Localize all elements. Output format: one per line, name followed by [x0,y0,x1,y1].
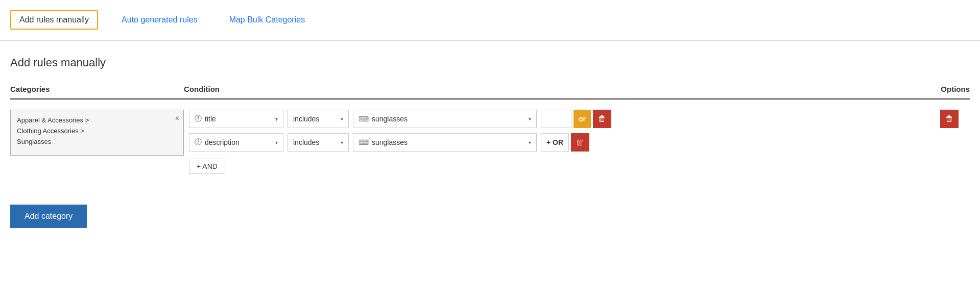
col-header-options: Options [929,85,970,93]
field-value-2: description [205,138,240,146]
field-dropdown-arrow-2: ▾ [275,140,278,145]
includes-arrow-2: ▾ [341,140,343,145]
add-and-button[interactable]: + AND [189,159,225,174]
includes-value-1: includes [293,115,319,123]
field-value-1: title [205,115,216,123]
trash-icon-row: 🗑 [945,114,953,123]
includes-value-2: includes [293,138,319,146]
field-icon-1: ⓕ [195,114,202,123]
field-dropdown-2[interactable]: ⓕ description ▾ [189,133,283,152]
keyboard-icon-2: ⌨ [358,138,369,146]
condition-row-2: ⓕ description ▾ includes ▾ ⌨ sunglasses … [189,133,929,152]
trash-icon-2: 🗑 [576,138,584,147]
value-arrow-1: ▾ [529,116,531,122]
tab-add-rules-manually[interactable]: Add rules manually [10,10,98,30]
category-line3: Sunglasses [17,138,51,145]
col-header-condition: Condition [184,85,929,93]
category-box: Apparel & Accessories > Clothing Accesso… [10,110,184,156]
tab-map-bulk-categories[interactable]: Map Bulk Categories [221,11,314,29]
keyboard-icon-1: ⌨ [358,115,369,123]
value-dropdown-2[interactable]: ⌨ sunglasses ▾ [353,133,537,152]
condition-row-1: ⓕ title ▾ includes ▾ ⌨ sunglasses ▾ [189,110,929,128]
includes-dropdown-1[interactable]: includes ▾ [288,110,349,128]
col-header-categories: Categories [10,85,184,93]
or-input-1[interactable] [541,110,571,128]
delete-condition-2[interactable]: 🗑 [571,133,589,152]
value-dropdown-1[interactable]: ⌨ sunglasses ▾ [353,110,537,128]
or-button-1[interactable]: or [573,110,591,128]
value-arrow-2: ▾ [529,140,531,145]
or-area-1: or 🗑 [541,110,611,128]
top-navigation: Add rules manually Auto generated rules … [0,0,980,41]
delete-row-button[interactable]: 🗑 [940,110,959,128]
tab-auto-generated-rules[interactable]: Auto generated rules [113,11,206,29]
includes-dropdown-2[interactable]: includes ▾ [288,133,349,152]
delete-condition-1[interactable]: 🗑 [593,110,611,128]
field-dropdown-1[interactable]: ⓕ title ▾ [189,110,283,128]
add-or-button-2[interactable]: + OR [541,133,569,152]
category-line1: Apparel & Accessories > [17,116,89,124]
conditions-area: ⓕ title ▾ includes ▾ ⌨ sunglasses ▾ [184,110,929,174]
field-dropdown-arrow-1: ▾ [275,116,278,122]
table-header: Categories Condition Options [10,85,970,99]
page-title: Add rules manually [10,56,970,69]
page-content: Add rules manually Categories Condition … [0,41,980,238]
table-row: Apparel & Accessories > Clothing Accesso… [10,110,970,174]
add-category-button[interactable]: Add category [10,205,87,228]
or-area-2: + OR 🗑 [541,133,589,152]
value-text-1: sunglasses [372,115,408,123]
field-icon-2: ⓕ [195,138,202,147]
trash-icon-1: 🗑 [598,114,606,123]
options-col: 🗑 [929,110,970,128]
value-text-2: sunglasses [372,138,408,146]
includes-arrow-1: ▾ [341,116,343,122]
category-close-button[interactable]: × [175,114,179,122]
category-line2: Clothing Accessories > [17,127,84,135]
category-text: Apparel & Accessories > Clothing Accesso… [17,115,89,147]
